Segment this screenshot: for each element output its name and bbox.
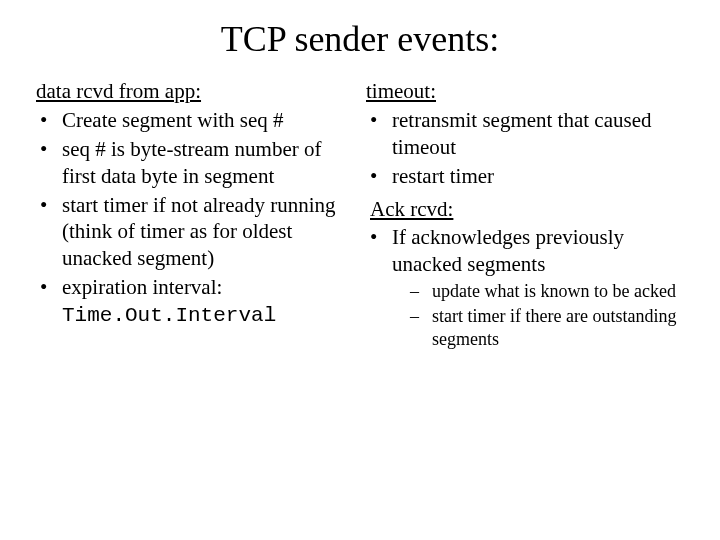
right-column: timeout: retransmit segment that caused … (366, 78, 684, 357)
list-item: restart timer (366, 163, 684, 190)
left-heading: data rcvd from app: (36, 78, 354, 105)
list-item: expiration interval: Time.Out.Interval (36, 274, 354, 330)
list-item: seq # is byte-stream number of first dat… (36, 136, 354, 190)
list-item: start timer if not already running (thin… (36, 192, 354, 273)
code-text: Time.Out.Interval (62, 304, 276, 327)
sub-list: update what is known to be acked start t… (392, 280, 684, 351)
sub-item: update what is known to be acked (392, 280, 684, 303)
list-item-text: If acknowledges previously unacked segme… (392, 225, 624, 276)
right-list-ack: If acknowledges previously unacked segme… (366, 224, 684, 351)
slide-title: TCP sender events: (36, 18, 684, 60)
list-item-text: expiration interval: (62, 275, 222, 299)
list-item: If acknowledges previously unacked segme… (366, 224, 684, 351)
slide: TCP sender events: data rcvd from app: C… (0, 0, 720, 357)
left-column: data rcvd from app: Create segment with … (36, 78, 354, 357)
list-item: retransmit segment that caused timeout (366, 107, 684, 161)
right-heading-ack: Ack rcvd: (370, 196, 684, 223)
list-item: Create segment with seq # (36, 107, 354, 134)
sub-item: start timer if there are outstanding seg… (392, 305, 684, 351)
left-list: Create segment with seq # seq # is byte-… (36, 107, 354, 330)
right-heading-timeout: timeout: (366, 78, 684, 105)
right-list-timeout: retransmit segment that caused timeout r… (366, 107, 684, 190)
content-columns: data rcvd from app: Create segment with … (36, 78, 684, 357)
